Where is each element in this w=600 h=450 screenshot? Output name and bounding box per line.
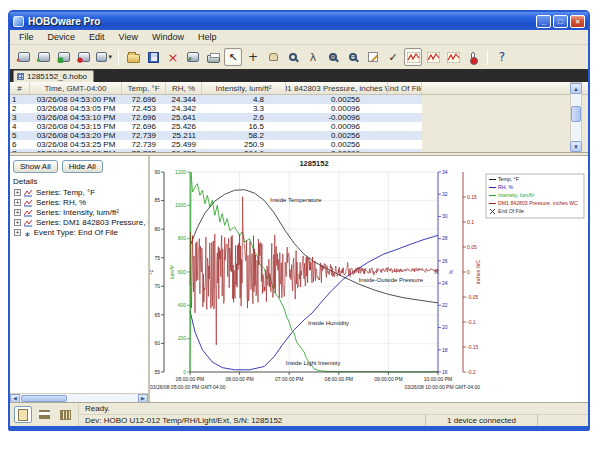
menu-view[interactable]: View bbox=[112, 31, 145, 43]
show-all-button[interactable]: Show All bbox=[13, 160, 58, 173]
plot-canvas[interactable]: 5560657075808590°F020040060080010001200l… bbox=[150, 156, 589, 402]
tree-expander[interactable]: + bbox=[14, 199, 21, 206]
details-horizontal-scrollbar[interactable]: ◀ ▶ bbox=[10, 393, 148, 402]
device-status-icon[interactable]: ■ bbox=[55, 48, 73, 66]
tree-expander[interactable]: + bbox=[14, 229, 21, 236]
table-cell: 03/26/08 04:53:30 PM bbox=[30, 149, 122, 153]
svg-text:26: 26 bbox=[442, 258, 448, 264]
menu-file[interactable]: File bbox=[12, 31, 41, 43]
tree-item[interactable]: +Series: Temp, °F bbox=[14, 187, 148, 197]
svg-text:1000: 1000 bbox=[175, 202, 186, 208]
table-cell: 72.696 bbox=[122, 113, 166, 122]
table-row[interactable]: 503/26/08 04:53:20 PM72.73925.21158.20.0… bbox=[10, 131, 422, 140]
table-cell: 24.344 bbox=[166, 95, 202, 104]
datafile-tab[interactable]: 1285152_6.hobo bbox=[13, 70, 94, 82]
datafile-icon bbox=[17, 73, 24, 80]
table-cell: 03/26/08 04:53:05 PM bbox=[30, 104, 122, 113]
table-row[interactable]: 103/26/08 04:53:00 PM72.69624.3444.80.00… bbox=[10, 95, 422, 104]
details-view-icon bbox=[60, 410, 71, 420]
tree-item[interactable]: +Series: RH, % bbox=[14, 197, 148, 207]
svg-text:800: 800 bbox=[178, 235, 187, 241]
readout-device-icon[interactable]: ▸ bbox=[35, 48, 53, 66]
minimize-button[interactable]: _ bbox=[536, 15, 551, 28]
table-row[interactable]: 603/26/08 04:53:25 PM72.73925.499250.90.… bbox=[10, 140, 422, 149]
view-plot-button[interactable] bbox=[14, 406, 32, 423]
table-cell: 4.8 bbox=[202, 95, 286, 104]
table-cell: 25.499 bbox=[166, 140, 202, 149]
table-cell: 24.342 bbox=[166, 104, 202, 113]
close-file-icon[interactable]: × bbox=[164, 48, 182, 66]
svg-text:32: 32 bbox=[442, 191, 448, 197]
menu-edit[interactable]: Edit bbox=[82, 31, 112, 43]
svg-text:80: 80 bbox=[154, 226, 160, 232]
tree-expander[interactable]: + bbox=[14, 209, 21, 216]
table-header-row: #Time, GMT-04:00Temp, °FRH, %Intensity, … bbox=[10, 82, 588, 95]
table-cell: 2 bbox=[10, 104, 30, 113]
table-row[interactable]: 403/26/08 04:53:15 PM72.69625.42616.50.0… bbox=[10, 122, 422, 131]
print-icon[interactable] bbox=[204, 48, 222, 66]
scrollbar-thumb[interactable] bbox=[21, 395, 67, 402]
scrollbar-thumb[interactable] bbox=[571, 106, 581, 122]
svg-text:22: 22 bbox=[442, 302, 448, 308]
tree-item[interactable]: +Series: Intensity, lum/ft² bbox=[14, 207, 148, 217]
open-file-icon[interactable] bbox=[124, 48, 142, 66]
table-row[interactable]: 203/26/08 04:53:05 PM72.45324.3423.30.00… bbox=[10, 104, 422, 113]
overlay-plot-icon[interactable] bbox=[444, 48, 462, 66]
stop-device-icon[interactable]: ● bbox=[75, 48, 93, 66]
menu-help[interactable]: Help bbox=[191, 31, 224, 43]
svg-text:70: 70 bbox=[154, 283, 160, 289]
help-icon[interactable]: ? bbox=[493, 48, 511, 66]
table-cell: 7 bbox=[10, 149, 30, 153]
svg-text:18: 18 bbox=[442, 347, 448, 353]
svg-text:lum/ft²: lum/ft² bbox=[169, 265, 175, 279]
crosshair-tool-icon[interactable]: + bbox=[244, 48, 262, 66]
table-row[interactable]: 303/26/08 04:53:10 PM72.69625.6412.6-0.0… bbox=[10, 113, 422, 122]
hide-all-button[interactable]: Hide All bbox=[62, 160, 103, 173]
table-cell: 03/26/08 04:53:00 PM bbox=[30, 95, 122, 104]
svg-text:07:00:00 PM: 07:00:00 PM bbox=[275, 376, 303, 382]
rh-axis: 16182022242628303234% bbox=[438, 169, 454, 375]
menu-window[interactable]: Window bbox=[145, 31, 191, 43]
zoom-tool-icon[interactable] bbox=[284, 48, 302, 66]
zoom-in-icon[interactable]: + bbox=[324, 48, 342, 66]
tree-item-label: Event Type: End Of File bbox=[34, 228, 118, 237]
replot-button-icon[interactable] bbox=[424, 48, 442, 66]
pointer-tool-icon[interactable]: ↖ bbox=[224, 48, 242, 66]
table-cell bbox=[388, 104, 422, 113]
table-row[interactable]: 703/26/08 04:53:30 PM72.78326.053264.60.… bbox=[10, 149, 422, 153]
table-cell: 72.783 bbox=[122, 149, 166, 153]
view-table-button[interactable] bbox=[35, 406, 53, 423]
svg-text:08:00:00 PM: 08:00:00 PM bbox=[325, 376, 353, 382]
close-button[interactable]: × bbox=[570, 15, 585, 28]
table-cell: 3 bbox=[10, 113, 30, 122]
title-bar[interactable]: HOBOware Pro _ □ × bbox=[10, 12, 588, 30]
scroll-up-arrow[interactable]: ▲ bbox=[570, 83, 582, 94]
tree-item[interactable]: +∗Event Type: End Of File bbox=[14, 227, 148, 237]
scroll-down-arrow[interactable]: ▼ bbox=[570, 141, 582, 152]
table-cell: 03/26/08 04:53:15 PM bbox=[30, 122, 122, 131]
tree-item[interactable]: +Series: DM1 842803 Pressure, inch bbox=[14, 217, 148, 227]
tree-expander[interactable]: + bbox=[14, 189, 21, 196]
plot-button-icon[interactable] bbox=[404, 48, 422, 66]
select-device-icon[interactable]: ▾ bbox=[95, 48, 113, 66]
launch-device-icon[interactable]: ▸ bbox=[15, 48, 33, 66]
view-details-button[interactable] bbox=[56, 406, 74, 423]
svg-text:400: 400 bbox=[178, 302, 187, 308]
hand-tool-icon[interactable] bbox=[264, 48, 282, 66]
tree-expander[interactable]: + bbox=[14, 219, 21, 226]
marker-tool-icon[interactable]: λ bbox=[304, 48, 322, 66]
menu-bar: FileDeviceEditViewWindowHelp bbox=[10, 30, 588, 45]
svg-text:65: 65 bbox=[154, 312, 160, 318]
table-cell: 72.696 bbox=[122, 95, 166, 104]
table-vertical-scrollbar[interactable]: ▲ ▼ bbox=[570, 82, 582, 153]
export-data-icon[interactable]: ↗ bbox=[184, 48, 202, 66]
data-table: #Time, GMT-04:00Temp, °FRH, %Intensity, … bbox=[10, 82, 588, 153]
menu-device[interactable]: Device bbox=[41, 31, 83, 43]
mark-events-icon[interactable]: ✓ bbox=[384, 48, 402, 66]
details-tree: +Series: Temp, °F+Series: RH, %+Series: … bbox=[10, 187, 148, 402]
maximize-button[interactable]: □ bbox=[553, 15, 568, 28]
zoom-out-icon[interactable]: − bbox=[344, 48, 362, 66]
edit-series-icon[interactable] bbox=[364, 48, 382, 66]
thermometer-icon[interactable] bbox=[464, 48, 482, 66]
save-file-icon[interactable] bbox=[144, 48, 162, 66]
